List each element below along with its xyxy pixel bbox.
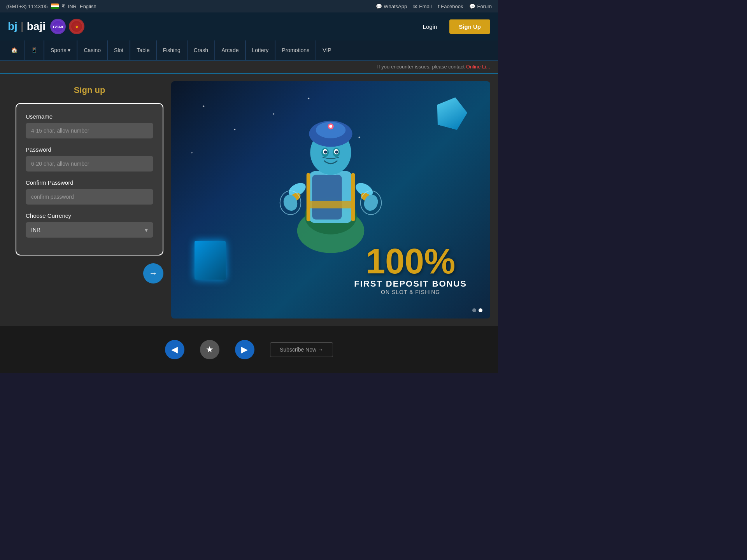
- whatsapp-link[interactable]: 💬 WhatsApp: [376, 4, 407, 9]
- bottom-next-icon[interactable]: ▶: [235, 340, 254, 359]
- arrow-right-icon: →: [149, 268, 158, 278]
- carousel-dot-2[interactable]: [479, 308, 482, 312]
- bonus-subtitle: ON SLOT & FISHING: [354, 289, 467, 295]
- star-1: ✦: [202, 105, 205, 108]
- badge-1: FAUJI: [50, 19, 66, 34]
- submit-wrapper: →: [16, 263, 163, 284]
- main-content: Sign up Username Password Confirm Passwo…: [0, 74, 498, 326]
- password-input[interactable]: [26, 156, 153, 172]
- signup-button[interactable]: Sign Up: [449, 19, 490, 34]
- nav-arcade[interactable]: Arcade: [215, 40, 245, 60]
- login-button[interactable]: Login: [415, 20, 445, 33]
- notice-link[interactable]: Online Li...: [466, 64, 490, 70]
- nav-mobile[interactable]: 📱: [25, 40, 44, 60]
- chevron-down-icon: ▾: [68, 47, 70, 53]
- header: bj | baji FAUJI ★ Login Sign Up: [0, 12, 498, 40]
- badge-2-icon: ★: [71, 21, 82, 32]
- badge-1-icon: FAUJI: [53, 21, 63, 32]
- inr-label: INR: [68, 4, 77, 9]
- logo-bj: bj: [8, 20, 18, 33]
- star-2: ✦: [233, 128, 236, 131]
- currency-label: Choose Currency: [26, 212, 153, 219]
- home-icon: 🏠: [11, 47, 18, 53]
- username-label: Username: [26, 113, 153, 120]
- svg-rect-8: [307, 173, 310, 222]
- next-button[interactable]: →: [143, 263, 163, 284]
- currency-group: Choose Currency INR USD EUR BDT ▾: [26, 212, 153, 238]
- facebook-link[interactable]: f Facebook: [438, 4, 463, 9]
- nav-slot[interactable]: Slot: [108, 40, 130, 60]
- forum-icon: 💬: [469, 4, 475, 9]
- nav-crash[interactable]: Crash: [188, 40, 215, 60]
- svg-text:FAUJI: FAUJI: [53, 25, 63, 29]
- nav-vip[interactable]: VIP: [316, 40, 338, 60]
- logo-divider: |: [21, 20, 24, 33]
- currency-select[interactable]: INR USD EUR BDT: [26, 222, 153, 238]
- password-group: Password: [26, 146, 153, 172]
- facebook-icon: f: [438, 4, 440, 9]
- svg-rect-9: [351, 173, 355, 222]
- username-input[interactable]: [26, 123, 153, 138]
- nav-promotions[interactable]: Promotions: [275, 40, 316, 60]
- navigation: 🏠 📱 Sports ▾ Casino Slot Table Fishing C…: [0, 40, 498, 61]
- nav-casino[interactable]: Casino: [77, 40, 107, 60]
- bottom-prev-icon[interactable]: ◀: [165, 340, 184, 359]
- carousel-dot-1[interactable]: [472, 308, 476, 312]
- confirm-password-input[interactable]: [26, 189, 153, 205]
- svg-point-28: [335, 150, 338, 154]
- star-5: ✦: [191, 151, 193, 155]
- header-left: bj | baji FAUJI ★: [8, 19, 84, 34]
- username-group: Username: [26, 113, 153, 138]
- bottom-icon-center[interactable]: ★: [200, 340, 219, 359]
- header-right: Login Sign Up: [415, 19, 490, 34]
- carousel-dots: [472, 308, 482, 312]
- svg-point-27: [324, 150, 327, 154]
- notice-text: If you encounter issues, please contact: [377, 64, 465, 70]
- top-bar: (GMT+3) 11:43:05 ₹ INR English 💬 WhatsAp…: [0, 0, 498, 12]
- nav-lottery[interactable]: Lottery: [246, 40, 275, 60]
- signup-panel: Sign up Username Password Confirm Passwo…: [8, 81, 171, 318]
- nav-home[interactable]: 🏠: [5, 40, 24, 60]
- email-link[interactable]: ✉ Email: [413, 4, 432, 9]
- signup-title: Sign up: [16, 85, 163, 95]
- bonus-title: FIRST DEPOSIT BONUS: [354, 279, 467, 289]
- glow-block: [195, 241, 226, 280]
- bottom-action-button[interactable]: Subscribe Now →: [270, 342, 333, 357]
- logo: bj | baji: [8, 20, 46, 33]
- svg-rect-7: [312, 175, 342, 219]
- genie-figure: [268, 89, 393, 268]
- logo-baji: baji: [27, 20, 46, 33]
- forum-link[interactable]: 💬 Forum: [469, 4, 492, 9]
- mobile-icon: 📱: [31, 47, 37, 53]
- banner-text: 100% FIRST DEPOSIT BONUS ON SLOT & FISHI…: [354, 244, 467, 295]
- confirm-password-group: Confirm Password: [26, 179, 153, 205]
- banner-panel: ✦ ✦ ✦ ✦ ✦ ✦ ✦: [171, 81, 490, 318]
- notice-bar: If you encounter issues, please contact …: [0, 61, 498, 74]
- diamond-gem: [432, 93, 470, 131]
- currency-label: ₹: [62, 4, 65, 9]
- language-label: English: [80, 4, 96, 9]
- signup-form: Username Password Confirm Password Choos…: [16, 103, 163, 256]
- nav-table[interactable]: Table: [130, 40, 156, 60]
- bottom-btn-label: Subscribe Now →: [280, 346, 323, 353]
- svg-text:★: ★: [75, 25, 78, 29]
- nav-sports[interactable]: Sports ▾: [44, 40, 77, 60]
- currency-select-wrapper: INR USD EUR BDT ▾: [26, 222, 153, 238]
- nav-fishing[interactable]: Fishing: [157, 40, 187, 60]
- top-bar-left: (GMT+3) 11:43:05 ₹ INR English: [6, 4, 96, 9]
- email-icon: ✉: [413, 4, 417, 9]
- password-label: Password: [26, 146, 153, 153]
- time-display: (GMT+3) 11:43:05: [6, 4, 48, 9]
- bonus-percent: 100%: [354, 244, 467, 279]
- svg-point-22: [329, 125, 332, 128]
- svg-rect-10: [309, 201, 353, 208]
- logo-badges: FAUJI ★: [50, 19, 84, 34]
- confirm-password-label: Confirm Password: [26, 179, 153, 186]
- bottom-area: ◀ ★ ▶ Subscribe Now →: [0, 326, 498, 373]
- whatsapp-icon: 💬: [376, 4, 382, 9]
- flag-icon: [51, 4, 59, 9]
- badge-2: ★: [69, 19, 84, 34]
- top-bar-right: 💬 WhatsApp ✉ Email f Facebook 💬 Forum: [376, 4, 492, 9]
